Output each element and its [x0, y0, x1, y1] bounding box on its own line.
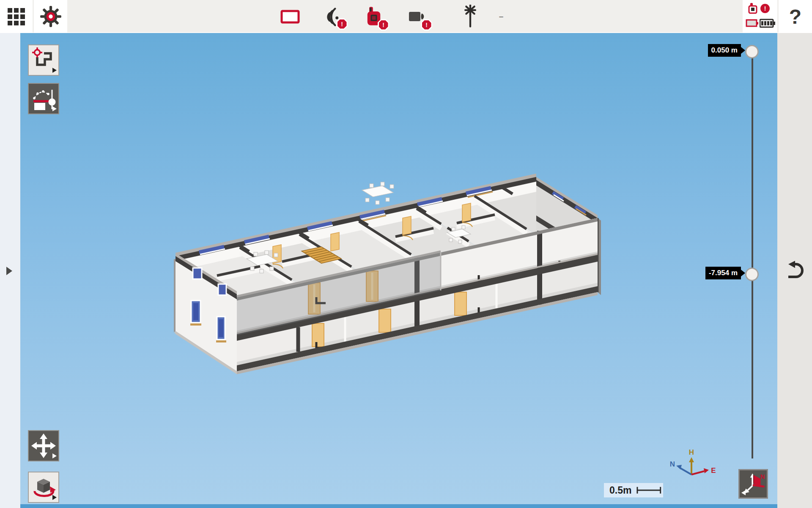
- app-menu-button[interactable]: [0, 0, 33, 33]
- pan-button[interactable]: [28, 430, 59, 461]
- north-label: N: [760, 473, 765, 480]
- model-viewport[interactable]: [20, 33, 777, 508]
- axis-e-label: E: [711, 467, 716, 475]
- submenu-indicator: [52, 106, 57, 111]
- connection-status-panel[interactable]: !: [743, 0, 777, 33]
- axis-h-label: H: [689, 448, 694, 456]
- scale-bar-label: 0.5m: [609, 485, 631, 496]
- expand-panel-arrow[interactable]: [6, 267, 12, 275]
- view-orientation-button[interactable]: N: [738, 469, 768, 499]
- mini-disto-icon: [747, 3, 758, 15]
- toolbar-dash-indicator: –: [491, 0, 511, 33]
- elevation-slider-track[interactable]: [752, 51, 753, 458]
- elevation-max-handle[interactable]: [745, 45, 759, 58]
- survey-pole-button[interactable]: [457, 0, 484, 33]
- grid-menu-icon: [8, 8, 25, 25]
- reference-plane-button[interactable]: [28, 83, 59, 114]
- help-button[interactable]: ?: [779, 0, 812, 33]
- canvas-bottom-edge: [20, 504, 777, 508]
- elevation-current-label: -7.954 m: [705, 267, 741, 279]
- camera-status-button[interactable]: !: [403, 0, 431, 33]
- top-toolbar: ! ! !: [0, 0, 812, 33]
- display-status-button[interactable]: [277, 0, 304, 33]
- elevation-max-label: 0.050 m: [708, 44, 741, 57]
- settings-gear-icon: [39, 5, 62, 28]
- corner-indicator: [741, 490, 746, 495]
- scale-ruler-icon: [636, 486, 663, 495]
- submenu-indicator: [52, 453, 57, 458]
- survey-pole-icon: [460, 5, 480, 28]
- settings-button[interactable]: [34, 0, 67, 33]
- undo-button[interactable]: [785, 259, 805, 281]
- axes-indicator: H N E: [666, 444, 725, 483]
- axis-n-label: N: [670, 460, 675, 468]
- submenu-indicator: [52, 68, 57, 73]
- orbit-button[interactable]: [28, 472, 59, 503]
- submenu-indicator: [52, 495, 57, 500]
- display-icon: [280, 7, 300, 26]
- wifi-status-button[interactable]: !: [320, 0, 347, 33]
- scale-bar: 0.5m: [604, 483, 663, 497]
- device-status-button[interactable]: !: [360, 0, 387, 33]
- controller-battery-full-icon: [760, 19, 776, 28]
- polyline-measure-button[interactable]: [28, 44, 59, 76]
- status-alert-icon: !: [760, 4, 770, 13]
- elevation-current-handle[interactable]: [745, 268, 759, 281]
- device-battery-empty-icon: [746, 19, 759, 28]
- app-window: ! ! !: [0, 0, 812, 508]
